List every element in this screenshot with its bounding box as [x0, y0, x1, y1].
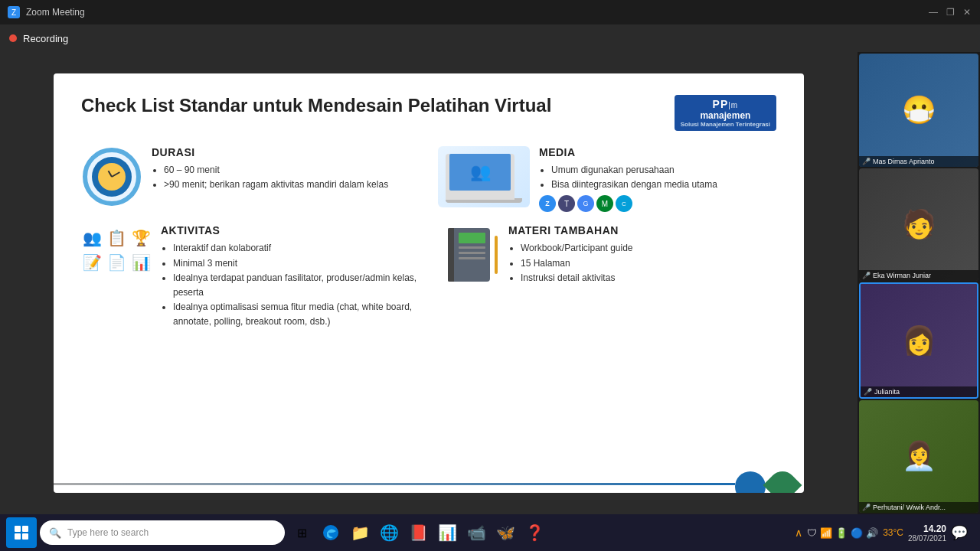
aktivitas-point-3: Idealnya terdapat panduan fasilitator, p…: [173, 271, 420, 300]
participant-video-2: 🧑: [859, 168, 978, 282]
battery-tray-icon: 🔋: [835, 527, 848, 539]
participant-tile-3: 👩 🎤 Julianita: [859, 282, 978, 399]
temperature-display: 33°C: [883, 527, 903, 538]
aktivitas-list: Interaktif dan kolaboratif Minimal 3 men…: [161, 241, 420, 329]
materi-heading: MATERI TAMBAHAN: [508, 224, 633, 236]
media-text: MEDIA Umum digunakan perusahaan Bisa dii…: [539, 146, 717, 212]
aktivitas-point-2: Minimal 3 menit: [173, 256, 420, 271]
google-icon: G: [577, 195, 594, 212]
materi-point-3: Instruksi detail aktivitas: [521, 271, 633, 285]
participant-name-3: Julianita: [874, 388, 900, 396]
participant-avatar-4: 👩‍💼: [902, 440, 936, 472]
search-placeholder: Type here to search: [67, 527, 149, 538]
media-point-1: Umum digunakan perusahaan: [551, 163, 717, 178]
powerpoint-icon[interactable]: 📊: [433, 517, 461, 548]
notebook-spine: [448, 228, 454, 282]
title-bar-left: Z Zoom Meeting: [8, 6, 85, 18]
meet-icon: M: [596, 195, 613, 212]
media-section: 👥 MEDIA Umum digunakan perusahaan Bisa d…: [438, 146, 776, 212]
media-point-2: Bisa diintegrasikan dengan media utama: [551, 178, 717, 192]
logo-brand: PP|m: [681, 98, 770, 110]
act-icon-3: 🏆: [130, 227, 152, 249]
mic-icon-1: 🎤: [862, 158, 871, 165]
acrobat-icon[interactable]: 📕: [404, 517, 432, 548]
durasi-point-2: >90 menit; berikan ragam aktivitas mandi…: [164, 178, 388, 192]
laptop-illustration: 👥: [446, 151, 522, 203]
bluetooth-tray-icon: 🔵: [851, 527, 863, 539]
participant-label-3: 🎤 Julianita: [861, 386, 977, 397]
slide-content: DURASI 60 – 90 menit >90 menit; berikan …: [81, 146, 776, 330]
act-icon-4: 📝: [81, 252, 103, 273]
slide-title: Check List Standar untuk Mendesain Pelat…: [81, 95, 551, 116]
nb-line-1: [459, 246, 485, 249]
search-bar[interactable]: 🔍 Type here to search: [40, 520, 285, 545]
participant-avatar-1: 😷: [902, 94, 936, 126]
durasi-list: 60 – 90 menit >90 menit; berikan ragam a…: [152, 163, 388, 192]
durasi-section: DURASI 60 – 90 menit >90 menit; berikan …: [81, 146, 420, 212]
slide-header: Check List Standar untuk Mendesain Pelat…: [81, 95, 776, 131]
zoom-taskbar-icon[interactable]: 📹: [462, 517, 490, 548]
durasi-icon: [81, 146, 142, 207]
browser-icon[interactable]: 🦋: [492, 517, 519, 548]
ppm-logo: PP|m manajemen Solusi Manajemen Terinteg…: [675, 95, 776, 131]
mic-icon-2: 🎤: [862, 272, 871, 279]
recording-label: Recording: [23, 33, 68, 44]
participant-tile-1: 😷 🎤 Mas Dimas Aprianto: [859, 54, 978, 167]
materi-point-2: 15 Halaman: [521, 256, 633, 271]
materi-text: MATERI TAMBAHAN Workbook/Participant gui…: [508, 224, 633, 285]
participant-name-2: Eka Wirman Juniar: [873, 272, 931, 279]
maximize-button[interactable]: ❐: [945, 7, 956, 18]
network-tray-icon: 📶: [820, 527, 832, 539]
tray-expand-icon[interactable]: ∧: [795, 527, 802, 539]
cisco-icon: C: [616, 195, 632, 212]
participant-name-4: Perhutani/ Wiwik Andr...: [873, 504, 946, 511]
nb-line-3: [459, 257, 485, 259]
participant-name-1: Mas Dimas Aprianto: [873, 158, 935, 165]
window-title: Zoom Meeting: [26, 7, 85, 18]
win-tile-1: [15, 526, 21, 532]
slide-area: Check List Standar untuk Mendesain Pelat…: [0, 52, 858, 514]
minimize-button[interactable]: —: [928, 7, 939, 18]
taskview-button[interactable]: ⊞: [288, 517, 315, 548]
window-controls[interactable]: — ❐ ✕: [928, 7, 972, 18]
system-tray: ∧ 🛡 📶 🔋 🔵 🔊 33°C 14.20 28/07/2021 💬: [789, 523, 974, 543]
win-tile-3: [15, 533, 21, 540]
recording-indicator: [9, 34, 17, 42]
notebook-icon: [438, 224, 499, 285]
recording-bar: Recording: [0, 24, 980, 52]
clock-inner: [92, 157, 132, 197]
tray-icons: 🛡 📶 🔋 🔵 🔊: [807, 527, 878, 539]
close-button[interactable]: ✕: [962, 7, 972, 18]
participant-avatar-3: 👩: [902, 324, 936, 357]
laptop-screen: 👥: [449, 154, 511, 191]
logo-tagline: Solusi Manajemen Terintegrasi: [681, 121, 770, 128]
act-icon-5: 📄: [106, 252, 127, 273]
taskbar-icon-3[interactable]: 🌐: [375, 517, 403, 548]
mic-icon-3: 🎤: [864, 388, 872, 396]
win-tile-2: [22, 526, 28, 532]
teams-icon: T: [558, 195, 575, 212]
bottom-circle: [735, 471, 766, 493]
notification-icon[interactable]: 💬: [951, 524, 968, 541]
edge-icon[interactable]: [317, 517, 345, 548]
title-bar: Z Zoom Meeting — ❐ ✕: [0, 0, 980, 24]
files-icon[interactable]: 📁: [346, 517, 374, 548]
help-icon[interactable]: ❓: [521, 517, 548, 548]
participant-video-3: 👩: [861, 284, 977, 397]
participant-tile-4: 👩‍💼 🎤 Perhutani/ Wiwik Andr...: [859, 400, 978, 514]
nb-green-block: [459, 233, 485, 243]
laptop-shape: 👥: [446, 154, 514, 200]
act-icon-6: 📊: [130, 252, 152, 273]
participant-label-4: 🎤 Perhutani/ Wiwik Andr...: [859, 502, 978, 513]
aktivitas-point-4: Idealnya optimalisasi semua fitur media …: [173, 300, 420, 329]
aktivitas-section: 👥 📋 🏆 📝 📄 📊 AKTIVITAS Interaktif dan kol…: [81, 224, 420, 329]
start-button[interactable]: [6, 517, 37, 548]
notebook-page: [454, 228, 490, 282]
durasi-point-1: 60 – 90 menit: [164, 163, 388, 178]
media-list: Umum digunakan perusahaan Bisa diintegra…: [539, 163, 717, 192]
taskbar-app-icons: ⊞ 📁 🌐 📕 📊 📹 🦋 ❓: [288, 517, 548, 548]
win-tile-4: [22, 533, 28, 540]
notebook-pen: [495, 236, 498, 274]
clock-hand-minute: [112, 171, 120, 178]
clock-face: [98, 163, 126, 191]
